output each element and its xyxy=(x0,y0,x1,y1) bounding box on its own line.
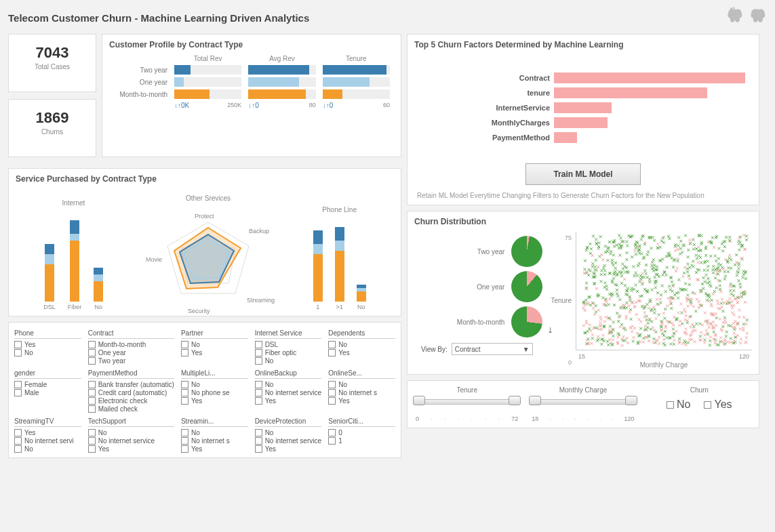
filter-option[interactable]: No xyxy=(328,341,395,348)
filter-option[interactable]: No xyxy=(255,381,322,388)
filter-option[interactable]: No xyxy=(14,349,81,356)
filter-onlinebackup: OnlineBackupNoNo internet serviceYes xyxy=(255,369,322,413)
filter-option[interactable]: Month-to-month xyxy=(88,341,174,348)
filter-option[interactable]: No xyxy=(181,341,248,348)
filter-title: OnlineSe... xyxy=(328,369,395,379)
kpi-churns: 1869 Churns xyxy=(8,99,96,157)
filter-option[interactable]: No internet service xyxy=(255,389,322,396)
filter-title: SeniorCiti... xyxy=(328,417,395,427)
factor-bar xyxy=(554,73,745,83)
filter-option[interactable]: Yes xyxy=(181,397,248,405)
filter-option[interactable]: No xyxy=(88,429,174,436)
filter-option[interactable]: No xyxy=(14,445,81,453)
kpi-churns-value: 1869 xyxy=(13,109,92,127)
scatter-ylabel: Tenure xyxy=(551,297,572,304)
filter-option[interactable]: DSL xyxy=(255,341,322,348)
scatter-chart xyxy=(576,232,752,350)
filter-title: Dependents xyxy=(328,329,395,339)
filter-option[interactable]: No internet s xyxy=(328,389,395,396)
pie-one-year xyxy=(511,271,542,302)
scatter-xlabel: Monthly Charge xyxy=(576,361,752,369)
filter-streamin-: Streamin...NoNo internet sYes xyxy=(181,417,248,453)
filter-option[interactable]: Yes xyxy=(14,341,81,348)
customer-profile-card: Customer Profile by Contract Type Total … xyxy=(102,34,401,157)
filter-option[interactable]: No internet servi xyxy=(14,437,81,445)
filter-option[interactable]: No xyxy=(255,429,322,436)
profile-row-twoyear: Two year xyxy=(113,66,167,74)
filter-option[interactable]: Yes xyxy=(181,349,248,356)
monthly-charge-slider[interactable] xyxy=(532,396,634,414)
churn-no-checkbox[interactable]: No xyxy=(667,398,690,411)
churn-filter-label: Churn xyxy=(648,386,751,394)
profile-col-tenure: Tenure xyxy=(323,55,390,62)
filter-option[interactable]: Yes xyxy=(255,445,322,453)
svg-point-0 xyxy=(730,7,733,10)
tenure-slider[interactable] xyxy=(416,396,518,414)
filter-option[interactable]: Credit card (automatic) xyxy=(88,389,174,396)
kpi-total-cases-value: 7043 xyxy=(13,44,92,62)
filter-option[interactable]: No internet service xyxy=(255,437,322,445)
viewby-label: View By: xyxy=(421,346,448,353)
brain-icon[interactable] xyxy=(748,7,767,28)
filter-option[interactable]: Fiber optic xyxy=(255,349,322,356)
filter-option[interactable]: 0 xyxy=(328,429,395,436)
filter-dependents: DependentsNoYes xyxy=(328,329,395,365)
filter-option[interactable]: Yes xyxy=(255,397,322,405)
filter-title: TechSupport xyxy=(88,417,174,427)
svg-point-1 xyxy=(733,7,735,9)
profile-row-oneyear: One year xyxy=(113,79,167,86)
filter-option[interactable]: No xyxy=(328,381,395,388)
filter-option[interactable]: Bank transfer (automatic) xyxy=(88,381,174,388)
filter-option[interactable]: Yes xyxy=(328,397,395,405)
factor-label: MonthlyCharges xyxy=(421,119,550,127)
filter-option[interactable]: No internet service xyxy=(88,437,174,445)
filter-option[interactable]: Mailed check xyxy=(88,405,174,413)
customer-profile-title: Customer Profile by Contract Type xyxy=(109,40,394,49)
filter-deviceprotection: DeviceProtectionNoNo internet serviceYes xyxy=(255,417,322,453)
filter-option[interactable]: Yes xyxy=(181,445,248,453)
other-services-subtitle: Other Srevices xyxy=(154,195,262,202)
filter-option[interactable]: No xyxy=(181,381,248,388)
churn-distribution-title: Churn Distribution xyxy=(414,217,752,226)
range-filters-card: Tenure 0······72 Monthly Charge 18······… xyxy=(407,380,759,428)
filter-title: StreamingTV xyxy=(14,417,81,427)
filter-partner: PartnerNoYes xyxy=(181,329,248,365)
filter-gender: genderFemaleMale xyxy=(14,369,81,413)
retain-note: Retain ML Model Everytime Changing Filte… xyxy=(414,192,752,199)
viewby-select[interactable]: Contract▼ xyxy=(452,343,533,355)
factor-bar xyxy=(554,87,707,98)
filter-option[interactable]: Yes xyxy=(88,445,174,453)
profile-row-m2m: Month-to-month xyxy=(113,91,167,98)
kpi-total-cases: 7043 Total Cases xyxy=(8,34,96,92)
filter-option[interactable]: 1 xyxy=(328,437,395,445)
filter-option[interactable]: Two year xyxy=(88,357,174,365)
filter-title: Streamin... xyxy=(181,417,248,427)
filter-option[interactable]: Electronic check xyxy=(88,397,174,405)
profile-col-totalrev: Total Rev xyxy=(174,55,241,62)
drilldown-icon[interactable]: ⤓ xyxy=(547,326,553,335)
radar-chart: Protect Backup Streaming Security Movie xyxy=(154,216,262,310)
filter-option[interactable]: No internet s xyxy=(181,437,248,445)
churn-yes-checkbox[interactable]: Yes xyxy=(704,398,732,411)
filter-option[interactable]: Yes xyxy=(14,429,81,436)
filter-seniorciti-: SeniorCiti...01 xyxy=(328,417,395,453)
filter-title: OnlineBackup xyxy=(255,369,322,379)
factor-bar xyxy=(554,117,608,128)
pie-m2m xyxy=(511,306,542,337)
filter-option[interactable]: One year xyxy=(88,349,174,356)
filter-option[interactable]: No phone se xyxy=(181,389,248,396)
filter-option[interactable]: Yes xyxy=(328,349,395,356)
filter-option[interactable]: Male xyxy=(14,389,81,396)
gear-brain-icon[interactable] xyxy=(725,7,744,28)
service-purchased-title: Service Purchased by Contract Type xyxy=(16,174,394,184)
filter-internet-service: Internet ServiceDSLFiber opticNo xyxy=(255,329,322,365)
churn-factors-title: Top 5 Churn Factors Determined by Machin… xyxy=(414,40,752,49)
filter-option[interactable]: Female xyxy=(14,381,81,388)
monthly-slider-label: Monthly Charge xyxy=(532,386,634,394)
filter-phone: PhoneYesNo xyxy=(14,329,81,365)
train-ml-button[interactable]: Train ML Model xyxy=(525,163,640,185)
filter-option[interactable]: No xyxy=(255,357,322,365)
filter-paymentmethod: PaymentMethodBank transfer (automatic)Cr… xyxy=(88,369,174,413)
filter-contract: ContractMonth-to-monthOne yearTwo year xyxy=(88,329,174,365)
filter-option[interactable]: No xyxy=(181,429,248,436)
